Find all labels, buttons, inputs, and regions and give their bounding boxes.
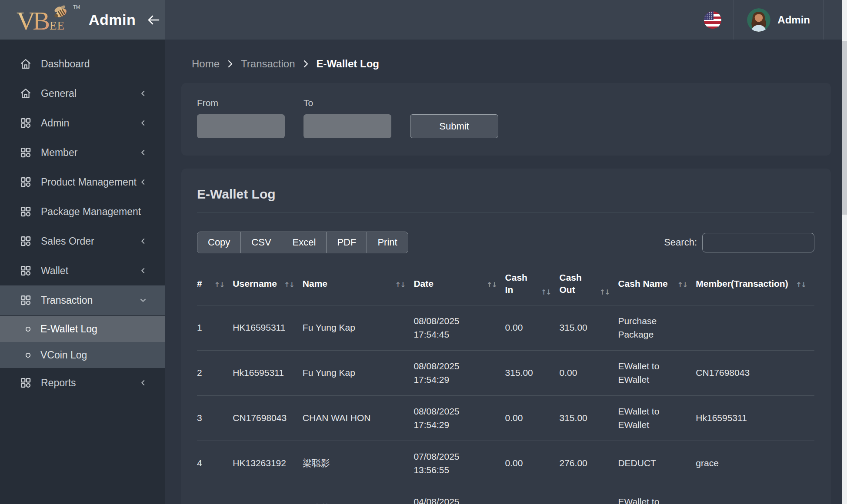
search-input[interactable] — [702, 233, 814, 252]
cell-date: 08/08/202517:54:29 — [413, 395, 505, 441]
column-header-date[interactable]: Date↑↓ — [413, 265, 505, 305]
chevron-left-icon — [139, 379, 147, 387]
to-date-input[interactable] — [303, 114, 391, 138]
from-field: From — [197, 98, 285, 138]
circle-icon — [25, 325, 32, 332]
cell-name: 梁聪影 — [303, 441, 414, 486]
column-label: Cash Out — [560, 272, 585, 296]
cell-cash-in: 315.00 — [505, 350, 560, 395]
chevron-left-icon — [139, 90, 147, 97]
user-name: Admin — [777, 14, 810, 26]
breadcrumb: HomeTransactionE-Wallet Log — [192, 58, 831, 70]
grid-icon — [20, 176, 32, 188]
sidebar-item-transaction[interactable]: Transaction — [0, 285, 165, 315]
sidebar-item-package-management[interactable]: Package Management — [0, 197, 165, 226]
column-header-member-transaction[interactable]: Member(Transaction)↑↓ — [696, 265, 814, 305]
column-header-cash-out[interactable]: Cash Out↑↓ — [560, 265, 618, 305]
grid-icon — [20, 146, 32, 159]
sidebar-item-label: Dashboard — [41, 58, 147, 70]
logo-text-main: VB — [17, 7, 49, 35]
sidebar-item-reports[interactable]: Reports — [0, 368, 165, 398]
column-label: Cash Name — [618, 279, 667, 289]
home-icon — [20, 87, 32, 99]
column-header-cash-name[interactable]: Cash Name↑↓ — [618, 265, 696, 305]
grid-icon — [20, 265, 32, 277]
sort-icon[interactable]: ↑↓ — [600, 288, 616, 296]
submit-button[interactable]: Submit — [410, 114, 498, 138]
table-row: 3CN17698043CHAN WAI HON08/08/202517:54:2… — [197, 395, 814, 441]
breadcrumb-item-home[interactable]: Home — [192, 58, 220, 70]
pdf-button[interactable]: PDF — [326, 232, 367, 253]
sidebar-item-general[interactable]: General — [0, 79, 165, 108]
column-label: Date — [413, 279, 434, 289]
cell-name: 欧建英 — [303, 486, 414, 504]
cell-cash-out: 0.00 — [560, 350, 618, 395]
cell-cash-name: EWallet to EWallet — [618, 486, 696, 504]
sort-icon[interactable]: ↑↓ — [284, 281, 300, 289]
table-row: 2Hk16595311Fu Yung Kap08/08/202517:54:29… — [197, 350, 814, 395]
column-label: Username — [233, 279, 277, 289]
sort-icon[interactable]: ↑↓ — [541, 288, 557, 296]
cell-username: CN44180138 — [233, 486, 302, 504]
cell-date: 07/08/202513:56:55 — [413, 441, 505, 486]
excel-button[interactable]: Excel — [282, 232, 327, 253]
cell-name: CHAN WAI HON — [303, 395, 414, 441]
sort-icon[interactable]: ↑↓ — [487, 281, 503, 289]
cell-cash-in: 32.55 — [505, 486, 560, 504]
sidebar-item-member[interactable]: Member — [0, 138, 165, 167]
from-label: From — [197, 98, 285, 108]
table-row: 5CN44180138欧建英04/08/202520:53:3132.550.0… — [197, 486, 814, 504]
sort-icon[interactable]: ↑↓ — [395, 281, 411, 289]
cell-num: 2 — [197, 350, 233, 395]
column-label: # — [197, 279, 202, 289]
cell-cash-name: DEDUCT — [618, 441, 696, 486]
chevron-down-icon — [139, 296, 147, 304]
cell-name: Fu Yung Kap — [303, 305, 414, 350]
sidebar-item-admin[interactable]: Admin — [0, 108, 165, 138]
sidebar-subitem-vcoin-log[interactable]: VCoin Log — [0, 342, 165, 368]
copy-button[interactable]: Copy — [197, 232, 240, 253]
csv-button[interactable]: CSV — [240, 232, 281, 253]
sort-icon[interactable]: ↑↓ — [214, 281, 230, 289]
sort-icon[interactable]: ↑↓ — [677, 281, 694, 289]
sidebar-item-label: Package Management — [41, 206, 147, 218]
column-label: Cash In — [505, 272, 530, 296]
breadcrumb-item-e-wallet-log: E-Wallet Log — [317, 58, 379, 70]
sidebar-collapse-arrow-icon[interactable] — [147, 14, 160, 26]
column-header-cash-in[interactable]: Cash In↑↓ — [505, 265, 560, 305]
chevron-left-icon — [139, 178, 147, 186]
cell-cash-name: EWallet to EWallet — [618, 395, 696, 441]
breadcrumb-item-transaction[interactable]: Transaction — [241, 58, 295, 70]
grid-icon — [20, 235, 32, 247]
table-row: 1HK16595311Fu Yung Kap08/08/202517:54:45… — [197, 305, 814, 350]
cell-num: 1 — [197, 305, 233, 350]
scrollbar-thumb[interactable] — [842, 41, 847, 215]
language-flag-icon[interactable] — [704, 11, 721, 29]
sidebar-item-dashboard[interactable]: Dashboard — [0, 49, 165, 79]
print-button[interactable]: Print — [367, 232, 407, 253]
column-header-username[interactable]: Username↑↓ — [233, 265, 302, 305]
cell-member: Hk16595311 — [696, 395, 814, 441]
sidebar-item-label: Reports — [41, 377, 139, 389]
column-header-[interactable]: #↑↓ — [197, 265, 233, 305]
sidebar-item-label: Wallet — [41, 265, 139, 277]
sidebar-item-wallet[interactable]: Wallet — [0, 256, 165, 285]
sidebar-item-product-management[interactable]: Product Management — [0, 167, 165, 197]
table-toolbar: CopyCSVExcelPDFPrint Search: — [197, 232, 814, 253]
user-menu[interactable]: Admin — [734, 0, 823, 40]
page-scrollbar[interactable] — [842, 0, 847, 504]
sidebar-subitem-e-wallet-log[interactable]: E-Wallet Log — [0, 316, 165, 342]
cell-username: HK16595311 — [233, 305, 302, 350]
sidebar-item-sales-order[interactable]: Sales Order — [0, 226, 165, 256]
from-date-input[interactable] — [197, 114, 285, 138]
sort-icon[interactable]: ↑↓ — [796, 281, 812, 289]
cell-username: CN17698043 — [233, 395, 302, 441]
table-row: 4HK13263192梁聪影07/08/202513:56:550.00276.… — [197, 441, 814, 486]
title-divider — [197, 212, 814, 212]
submenu-transaction: E-Wallet LogVCoin Log — [0, 315, 165, 368]
top-bar-right: Admin — [165, 0, 847, 40]
sidebar: DashboardGeneralAdminMemberProduct Manag… — [0, 40, 165, 504]
column-header-name[interactable]: Name↑↓ — [303, 265, 414, 305]
home-icon — [20, 58, 32, 70]
cell-cash-out: 315.00 — [560, 395, 618, 441]
